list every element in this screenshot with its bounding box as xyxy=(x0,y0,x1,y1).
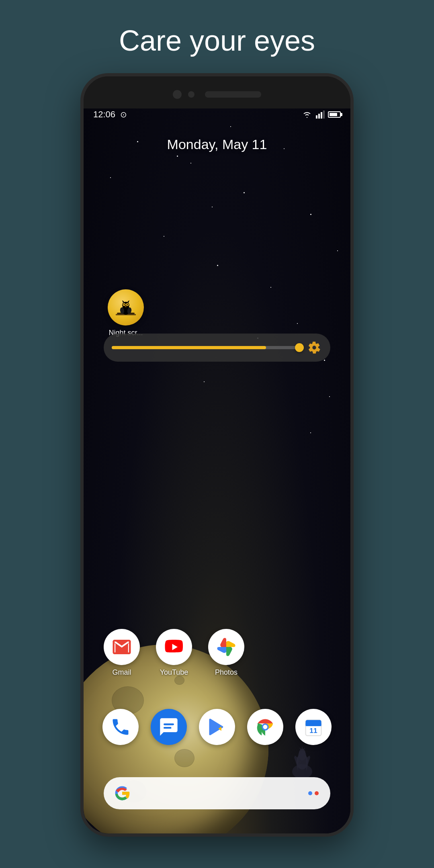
photos-icon[interactable] xyxy=(208,629,244,665)
speaker xyxy=(205,91,261,98)
youtube-label: YouTube xyxy=(160,668,188,677)
play-svg xyxy=(207,717,227,737)
app-phone[interactable] xyxy=(102,709,139,745)
calendar-svg: 11 xyxy=(303,717,324,737)
owl-icon xyxy=(114,295,138,319)
svg-text:11: 11 xyxy=(309,727,317,735)
wolf-silhouette xyxy=(286,739,318,781)
battery-fill xyxy=(330,113,337,116)
date-text: Monday, May 11 xyxy=(84,137,350,152)
play-icon[interactable] xyxy=(199,709,235,745)
slider-fill xyxy=(112,346,266,349)
night-screen-icon[interactable] xyxy=(108,289,144,326)
date-widget: Monday, May 11 xyxy=(84,137,350,152)
svg-rect-27 xyxy=(306,723,321,726)
app-photos[interactable]: Photos xyxy=(208,629,244,677)
app-chrome[interactable] xyxy=(247,709,283,745)
sensor xyxy=(188,91,194,98)
gmail-label: Gmail xyxy=(112,668,131,677)
slider-thumb[interactable] xyxy=(295,343,304,352)
slider-track[interactable] xyxy=(112,346,300,349)
app-row-1: Gmail YouTube xyxy=(104,629,330,677)
svg-point-30 xyxy=(315,791,319,795)
wifi-icon xyxy=(301,111,313,119)
calendar-icon[interactable]: 11 xyxy=(295,709,332,745)
gear-icon xyxy=(308,341,321,354)
svg-point-11 xyxy=(127,304,128,305)
wolf-svg xyxy=(286,739,318,780)
messages-svg xyxy=(158,717,179,737)
svg-rect-3 xyxy=(323,111,325,119)
phone-icon[interactable] xyxy=(102,709,139,745)
photos-svg xyxy=(215,636,237,658)
search-bar[interactable] xyxy=(104,777,330,809)
battery-icon xyxy=(328,111,341,118)
app-calendar[interactable]: 11 xyxy=(295,709,332,745)
chrome-svg xyxy=(255,717,276,737)
youtube-svg xyxy=(163,636,185,658)
front-camera xyxy=(173,90,182,99)
signal-icon xyxy=(316,111,325,119)
status-right xyxy=(301,111,341,119)
photos-label: Photos xyxy=(215,668,237,677)
phone-frame: 12:06 ⊙ xyxy=(80,73,354,837)
night-screen-app[interactable]: Night scr... xyxy=(108,289,144,337)
status-left: 12:06 ⊙ xyxy=(93,109,127,120)
app-notification-icon: ⊙ xyxy=(120,110,127,119)
phone-top-bezel xyxy=(84,76,350,108)
svg-point-29 xyxy=(308,791,312,795)
app-youtube[interactable]: YouTube xyxy=(156,629,192,677)
gmail-icon[interactable] xyxy=(104,629,140,665)
svg-rect-0 xyxy=(316,115,317,119)
messages-icon[interactable] xyxy=(151,709,187,745)
settings-gear-icon[interactable] xyxy=(306,340,322,356)
google-logo xyxy=(113,784,131,802)
assistant-icon[interactable] xyxy=(306,786,321,800)
svg-marker-14 xyxy=(127,300,129,303)
chrome-icon[interactable] xyxy=(247,709,283,745)
app-play[interactable] xyxy=(199,709,235,745)
gmail-svg xyxy=(111,636,133,658)
svg-point-21 xyxy=(299,749,305,756)
status-bar: 12:06 ⊙ xyxy=(84,104,350,125)
youtube-icon[interactable] xyxy=(156,629,192,665)
brightness-widget[interactable] xyxy=(104,334,330,362)
app-messages[interactable] xyxy=(151,709,187,745)
svg-marker-13 xyxy=(122,300,124,303)
screen: 12:06 ⊙ xyxy=(84,104,350,833)
status-time: 12:06 xyxy=(93,109,115,120)
phone-svg xyxy=(110,717,131,737)
svg-rect-2 xyxy=(321,112,322,119)
svg-point-10 xyxy=(124,304,125,305)
svg-rect-1 xyxy=(318,114,320,119)
page-heading: Care your eyes xyxy=(119,24,315,57)
app-row-2: 11 xyxy=(104,709,330,745)
app-gmail[interactable]: Gmail xyxy=(104,629,140,677)
